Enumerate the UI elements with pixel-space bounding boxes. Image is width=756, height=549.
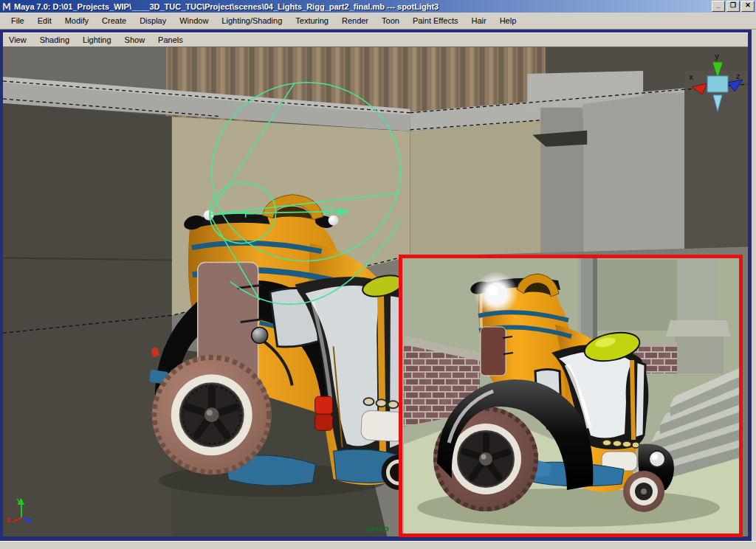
panel-menu-show[interactable]: Show xyxy=(125,35,145,44)
menu-modify[interactable]: Modify xyxy=(58,15,95,27)
rendered-image xyxy=(402,258,739,534)
menu-hair[interactable]: Hair xyxy=(464,15,492,27)
window-titlebar[interactable]: Maya 7.0: D:\01_Projects_WIP\____3D_TUC_… xyxy=(0,0,756,13)
pillar xyxy=(583,93,684,258)
menu-texturing[interactable]: Texturing xyxy=(289,15,335,27)
axis-x-label: x xyxy=(6,515,11,524)
main-menu-bar: File Edit Modify Create Display Window L… xyxy=(0,13,756,30)
axis-y-label: y xyxy=(17,496,22,505)
menu-paint-effects[interactable]: Paint Effects xyxy=(406,15,465,27)
menu-toon[interactable]: Toon xyxy=(375,15,406,27)
side-mirror xyxy=(252,327,268,343)
right-wall xyxy=(410,120,542,258)
axis-z-label: z xyxy=(27,515,31,524)
near-left-wall-shadow xyxy=(3,103,172,536)
render-view-overlay xyxy=(399,255,743,537)
minimize-button[interactable]: _ xyxy=(712,1,725,12)
manipulator-y-label: y xyxy=(715,52,720,61)
manipulator-x-label: x xyxy=(689,72,694,81)
rear-wheel xyxy=(152,355,272,474)
camera-label: persp xyxy=(367,524,389,533)
window-title: Maya 7.0: D:\01_Projects_WIP\____3D_TUC_… xyxy=(14,2,710,11)
maya-logo-icon xyxy=(1,1,12,12)
menu-render[interactable]: Render xyxy=(335,15,375,27)
panel-menu-lighting[interactable]: Lighting xyxy=(83,35,111,44)
panel-menu-view[interactable]: View xyxy=(9,35,27,44)
manipulator-center-handle[interactable] xyxy=(707,76,728,92)
render-door-panel xyxy=(481,327,506,376)
menu-lighting-shading[interactable]: Lighting/Shading xyxy=(215,15,289,27)
manipulator-z-label: z xyxy=(736,72,740,80)
menu-display[interactable]: Display xyxy=(133,15,173,27)
window-bottom-edge xyxy=(0,541,756,549)
render-column xyxy=(679,258,718,322)
menu-help[interactable]: Help xyxy=(493,15,523,27)
panel-menu-bar: View Shading Lighting Show Panels xyxy=(3,32,748,47)
render-front-wheel xyxy=(623,471,664,512)
taillight xyxy=(315,396,333,414)
window-right-edge xyxy=(752,30,756,541)
menu-file[interactable]: File xyxy=(4,15,31,27)
panel-menu-shading[interactable]: Shading xyxy=(40,35,69,44)
close-button[interactable]: ✕ xyxy=(741,1,755,12)
menu-create[interactable]: Create xyxy=(95,15,133,27)
menu-window[interactable]: Window xyxy=(173,15,215,27)
menu-edit[interactable]: Edit xyxy=(31,15,58,27)
panel-menu-panels[interactable]: Panels xyxy=(158,35,183,44)
restore-button[interactable]: ❐ xyxy=(726,1,740,12)
